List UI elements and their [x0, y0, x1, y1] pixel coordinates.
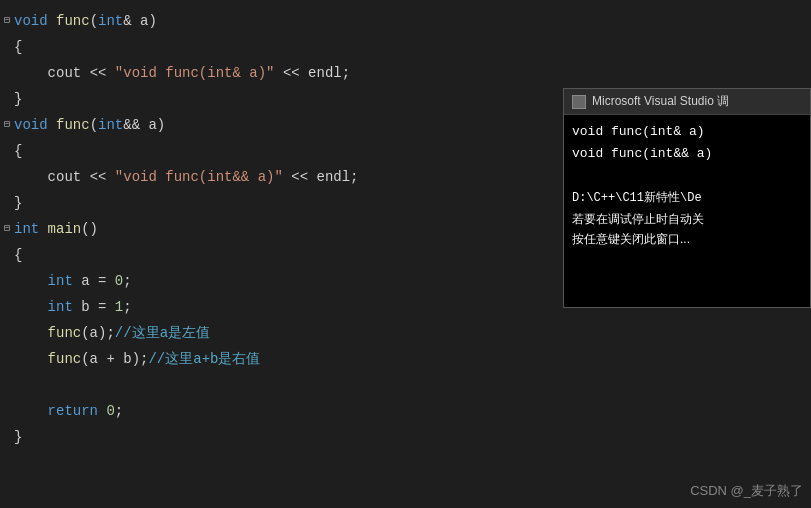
code-line-6: {: [0, 138, 570, 164]
code-line-15: [0, 372, 570, 398]
code-line-17: }: [0, 424, 570, 450]
fold-5[interactable]: ⊟: [0, 112, 14, 138]
console-titlebar: Microsoft Visual Studio 调: [564, 89, 810, 115]
console-line-1: void func(int& a): [572, 121, 802, 143]
console-line-3: [572, 165, 802, 187]
console-line-4: D:\C++\C11新特性\De: [572, 187, 802, 209]
console-line-6: 按任意键关闭此窗口...: [572, 229, 802, 249]
code-line-11: int a = 0;: [0, 268, 570, 294]
code-line-5: ⊟ void func(int&& a): [0, 112, 570, 138]
code-line-7: cout << "void func(int&& a)" << endl;: [0, 164, 570, 190]
code-line-14: func(a + b);//这里a+b是右值: [0, 346, 570, 372]
console-line-5: 若要在调试停止时自动关: [572, 209, 802, 229]
code-line-12: int b = 1;: [0, 294, 570, 320]
code-line-8: }: [0, 190, 570, 216]
code-line-1: ⊟ void func(int& a): [0, 8, 570, 34]
code-line-16: return 0;: [0, 398, 570, 424]
console-app-icon: [572, 95, 586, 109]
watermark-text: CSDN @_麦子熟了: [690, 483, 803, 498]
console-body: void func(int& a) void func(int&& a) D:\…: [564, 115, 810, 255]
code-line-3: cout << "void func(int& a)" << endl;: [0, 60, 570, 86]
console-window: Microsoft Visual Studio 调 void func(int&…: [563, 88, 811, 308]
code-line-2: {: [0, 34, 570, 60]
console-title: Microsoft Visual Studio 调: [592, 93, 729, 110]
code-line-10: {: [0, 242, 570, 268]
code-line-13: func(a);//这里a是左值: [0, 320, 570, 346]
fold-9[interactable]: ⊟: [0, 216, 14, 242]
fold-1[interactable]: ⊟: [0, 8, 14, 34]
code-editor: ⊟ void func(int& a) { cout << "void func…: [0, 0, 570, 508]
code-line-4: }: [0, 86, 570, 112]
watermark: CSDN @_麦子熟了: [690, 482, 803, 500]
console-line-2: void func(int&& a): [572, 143, 802, 165]
code-line-9: ⊟ int main(): [0, 216, 570, 242]
